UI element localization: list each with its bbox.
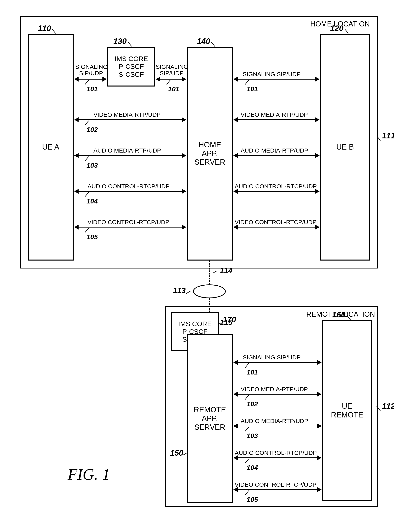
label-ims-server-sig: SIGNALING SIP/UDP [156,64,187,76]
home-server-l3: SERVER [194,158,225,167]
ref-113: 113 [173,286,186,295]
arrow-uea-ims [75,79,106,80]
remote-server-l3: SERVER [194,423,225,432]
label-uea-audio-media: AUDIO MEDIA-RTP/UDP [93,147,161,154]
ref-uea-105: 105 [87,233,98,241]
home-ims-ref: 130 [113,37,127,46]
home-server-l2: APP. [202,149,218,158]
figure-label: FIG. 1 [68,465,110,483]
ref-rem-104: 104 [247,464,258,471]
ue-b-block: UE B [320,34,370,261]
home-ims-l3: S-CSCF [119,71,144,78]
remote-server-l2: APP. [202,414,218,423]
label-uea-audio-ctrl: AUDIO CONTROL-RTCP/UDP [88,183,170,190]
ue-remote-l2: REMOTE [331,411,363,419]
ref-uea-104: 104 [87,197,98,205]
ue-remote-l1: UE [342,402,353,411]
label-server-ueb-sig: SIGNALING SIP/UDP [243,71,301,77]
ue-a-ref: 110 [38,24,51,33]
ue-b-ref: 120 [330,24,343,33]
home-ims-block: IMS CORE P-CSCF S-CSCF [107,47,155,87]
tick-113 [186,291,190,294]
arrow-uea-video-ctrl [75,227,186,227]
ue-b-label: UE B [336,143,354,152]
arrow-uea-video-media [75,119,186,120]
ref-rem-105: 105 [247,496,258,503]
ue-remote-ref: 160 [332,310,346,319]
label-server-ueb-am: AUDIO MEDIA-RTP/UDP [241,147,308,154]
tick-114 [213,270,217,274]
ref-uea-ims-101: 101 [87,85,98,93]
arrow-server-ueb-ac [234,191,319,192]
ref-uea-102: 102 [87,126,98,134]
remote-ims-l1: IMS CORE [178,320,212,328]
label-uea-video-ctrl: VIDEO CONTROL-RTCP/UDP [88,219,169,226]
diagram-canvas: HOME LOCATION 111 UE A 110 IMS CORE P-CS… [8,8,386,525]
arrow-server-ueb-sig [234,79,319,80]
ref-rem-101: 101 [247,368,258,376]
label-rem-am: AUDIO MEDIA-RTP/UDP [241,418,308,424]
label-rem-ac: AUDIO CONTROL-RTCP/UDP [235,449,317,456]
dash-top [209,261,210,284]
home-ims-l1: IMS CORE [114,55,148,63]
arrow-uea-audio-ctrl [75,191,186,192]
label-uea-ims-sig: SIGNALING SIP/UDP [75,64,107,76]
arrow-rem-am [234,426,321,426]
ue-a-label: UE A [42,143,59,152]
label-server-ueb-vm: VIDEO MEDIA-RTP/UDP [241,111,308,118]
arrow-server-ueb-am [234,155,319,156]
ref-rem-103: 103 [247,432,258,440]
arrow-rem-ac [234,457,321,458]
remote-ims-ref: 170 [223,315,236,324]
home-ref: 111 [382,131,394,140]
arrow-ims-server [156,79,186,80]
arrow-uea-audio-media [75,155,186,156]
ref-uea-103: 103 [87,161,98,169]
cloud [193,284,226,298]
arrow-server-ueb-vm [234,119,319,120]
ref-ims-server-101: 101 [168,85,179,93]
arrow-rem-vc [234,489,321,490]
ue-remote-block: UE REMOTE [322,320,372,501]
ref-114: 114 [220,267,232,275]
label-uea-video-media: VIDEO MEDIA-RTP/UDP [93,111,161,118]
remote-ref: 112 [382,402,394,411]
ref-rem-102: 102 [247,400,258,408]
remote-server-l1: REMOTE [194,406,226,414]
home-server-block: HOME APP. SERVER [187,47,233,261]
arrow-server-ueb-vc [234,227,319,227]
home-ims-l2: P-CSCF [119,63,144,70]
arrow-rem-vm [234,394,321,395]
label-rem-vm: VIDEO MEDIA-RTP/UDP [241,386,308,393]
ref-server-ueb-101: 101 [247,85,258,93]
remote-server-block: REMOTE APP. SERVER [187,334,233,503]
ue-a-block: UE A [28,34,74,261]
arrow-rem-sig [234,362,321,363]
label-server-ueb-ac: AUDIO CONTROL-RTCP/UDP [235,183,317,190]
label-server-ueb-vc: VIDEO CONTROL-RTCP/UDP [235,219,316,226]
home-server-ref: 140 [197,37,210,46]
home-server-l1: HOME [198,141,221,149]
remote-server-ref: 150 [170,449,183,457]
label-rem-vc: VIDEO CONTROL-RTCP/UDP [235,481,316,488]
label-rem-sig: SIGNALING SIP/UDP [243,354,301,361]
